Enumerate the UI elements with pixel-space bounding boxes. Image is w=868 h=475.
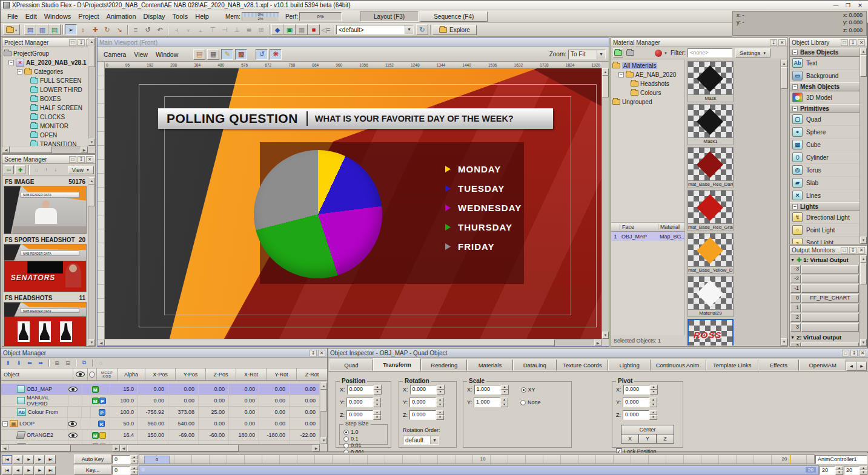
viewport-menu-camera[interactable]: Camera — [101, 50, 129, 59]
render-view-icon[interactable]: ❋ — [270, 49, 282, 60]
pin-icon[interactable]: ↧ — [310, 350, 317, 356]
output-slot[interactable]: 3 — [790, 323, 859, 332]
pivot-center-button[interactable]: Center — [621, 425, 674, 434]
pivot-y-input[interactable]: 0.000▲▼ — [623, 398, 657, 407]
refresh-icon[interactable]: ↻ — [416, 24, 428, 35]
anim-controller-field[interactable]: AnimController1 — [815, 455, 867, 464]
viewport-menu-view[interactable]: View — [131, 50, 151, 59]
material-item-material29[interactable]: Material29 — [687, 276, 734, 317]
output-slot[interactable]: -3 — [790, 342, 859, 346]
object-manager-hscrollbar2[interactable]: ◀▶ — [120, 444, 320, 451]
distribute-icon[interactable]: ≣ — [243, 24, 255, 35]
clock-column-header[interactable] — [88, 369, 98, 380]
yrot-column-header[interactable]: Y-Rot — [267, 369, 297, 380]
settings-dropdown[interactable]: Settings▼ — [735, 48, 770, 57]
scale-icon[interactable]: ↘ — [113, 24, 125, 35]
tab-lighting[interactable]: Lighting — [608, 359, 651, 371]
object-row-orange2[interactable]: ORANGE2 M 16.4 150.00 -69.00 -60.00 180.… — [1, 430, 320, 441]
go-end-button-2[interactable]: ▶| — [45, 466, 56, 475]
shield-icon[interactable]: ◆ — [271, 24, 283, 35]
object-row-obj-map[interactable]: OBJ_MAP M 15.0 0.00 0.00 0.00 0.00 0.00 … — [1, 384, 320, 395]
align-center-icon[interactable]: ⫟ — [182, 24, 194, 35]
project-manager-hscrollbar[interactable]: ◀▶ — [2, 146, 88, 153]
library-item-point-light[interactable]: ○Point Light — [790, 224, 860, 237]
align-right-icon[interactable]: ⫠ — [194, 24, 207, 35]
chevron-down-icon[interactable]: ▼ — [597, 50, 605, 59]
save-icon[interactable]: ▤ — [24, 24, 36, 35]
library-item-quad[interactable]: ▢Quad — [790, 113, 860, 126]
move-axis-icon[interactable]: ↕ — [77, 24, 89, 35]
view-dropdown[interactable]: View▼ — [68, 166, 94, 174]
datalinq-icon[interactable]: ▦ — [296, 24, 308, 35]
pivot-z-button[interactable]: Z — [657, 434, 674, 443]
close-icon[interactable]: ✕ — [858, 39, 865, 46]
align-bottom-icon[interactable]: ⊥ — [231, 24, 243, 35]
material-item-red-grad[interactable]: mat_Base_Red_Grad — [687, 190, 734, 231]
menu-windows[interactable]: Windows — [41, 11, 75, 21]
material-item-material32-ross[interactable]: ROSS Material32 — [687, 319, 734, 346]
library-item-lines[interactable]: ✕Lines — [790, 189, 860, 202]
alpha-column-header[interactable]: Alpha — [118, 369, 145, 380]
open-project-icon[interactable]: ▾ — [3, 24, 20, 35]
material-tree-colours[interactable]: Colours — [612, 88, 683, 97]
tree-item-projectgroup[interactable]: ProjectGroup — [4, 49, 88, 58]
align-middle-icon[interactable]: ⊣ — [219, 24, 231, 35]
zoom-dropdown[interactable]: To Fit ▼ — [568, 50, 606, 59]
restore-button[interactable]: ❐ — [842, 0, 854, 11]
tab-rendering[interactable]: Rendering — [421, 359, 467, 371]
step-forward-button[interactable]: ▶ — [35, 455, 45, 464]
library-item-text[interactable]: AbText — [790, 57, 860, 70]
menu-file[interactable]: File — [4, 11, 21, 21]
xpos-column-header[interactable]: X-Pos — [145, 369, 176, 380]
radio-icon[interactable] — [343, 430, 349, 435]
material-folder-icon[interactable] — [625, 48, 635, 57]
output-slot[interactable]: -2 — [790, 275, 859, 283]
project-manager-scrollbar[interactable]: ▲▼ — [88, 38, 95, 146]
scene-item-fs-image[interactable]: FS IMAGE 50176 NAB READER DATA — [4, 178, 87, 234]
new-material-group-icon[interactable] — [613, 48, 623, 57]
position-z-input[interactable]: 0.000▲▼ — [346, 410, 381, 420]
pivot-z-input[interactable]: 0.000▲▼ — [623, 410, 657, 420]
collapse-icon[interactable]: − — [8, 60, 14, 65]
timeline-range-track[interactable]: 0 20 — [139, 465, 819, 475]
search-icon[interactable]: ◌ — [96, 359, 105, 367]
tab-transform[interactable]: Transform — [373, 358, 422, 371]
tab-datalinq[interactable]: DataLinq — [513, 359, 557, 371]
viewport-hscrollbar[interactable]: ◀▶ — [98, 339, 601, 346]
spread-icon[interactable]: ⊞ — [255, 24, 267, 35]
object-manager-scrollbar[interactable]: ▲▼ — [320, 382, 327, 444]
tree-item-lower-third[interactable]: LOWER THIRD — [4, 85, 88, 94]
refresh-view-icon[interactable]: ↺ — [256, 49, 268, 60]
pivot-x-button[interactable]: X — [621, 434, 639, 443]
tab-scroll-right-icon[interactable]: ▶ — [856, 362, 867, 371]
timeline-ruler-track[interactable]: 0 10 20 — [139, 454, 815, 464]
undo-icon[interactable]: ↶ — [154, 24, 166, 35]
pin-icon[interactable]: ↧ — [78, 39, 85, 46]
library-item-slab[interactable]: ▰Slab — [790, 177, 860, 189]
sequence-button[interactable]: Sequence (F4) — [420, 11, 488, 22]
step-back-button-2[interactable]: ◀ — [13, 466, 23, 475]
object-row-colour-from[interactable]: AbColour From P 100.0 -756.92 373.08 25.… — [1, 407, 320, 418]
collapse-icon[interactable]: − — [618, 72, 624, 77]
object-column-header[interactable]: Object — [1, 369, 73, 380]
sort-down-icon[interactable]: ↓ — [51, 165, 59, 175]
library-item-sphere[interactable]: ●Sphere — [790, 126, 860, 139]
viewport-canvas[interactable]: POLLING QUESTION WHAT IS YOUR FAVORITE D… — [105, 68, 601, 339]
collapse-icon[interactable]: − — [17, 69, 22, 74]
material-item-mask1[interactable]: Mask1 — [687, 104, 734, 145]
play-button-2[interactable]: ▶ — [24, 466, 34, 475]
collapse-all-icon[interactable]: ⊟ — [63, 359, 73, 367]
radio-icon[interactable] — [343, 436, 349, 442]
float-icon[interactable]: □ — [841, 247, 848, 254]
library-item-background[interactable]: ▭Background — [790, 70, 860, 82]
material-item-red-dark[interactable]: mat_Base_Red_Dark — [687, 147, 734, 188]
select-cursor-icon[interactable]: ➢ — [65, 24, 77, 35]
frame-spinner-1[interactable]: 0▲▼ — [112, 455, 138, 464]
tree-item-full-screen[interactable]: FULL SCREEN — [4, 76, 88, 85]
menu-help[interactable]: Help — [192, 11, 212, 21]
go-start-button-2[interactable]: |◀ — [2, 466, 12, 475]
pin-icon[interactable]: ↧ — [850, 350, 858, 356]
record-icon[interactable]: ■ — [308, 24, 320, 35]
output-slot[interactable]: -3 — [790, 265, 859, 274]
frame-spinner-2[interactable]: 0▲▼ — [112, 466, 138, 475]
